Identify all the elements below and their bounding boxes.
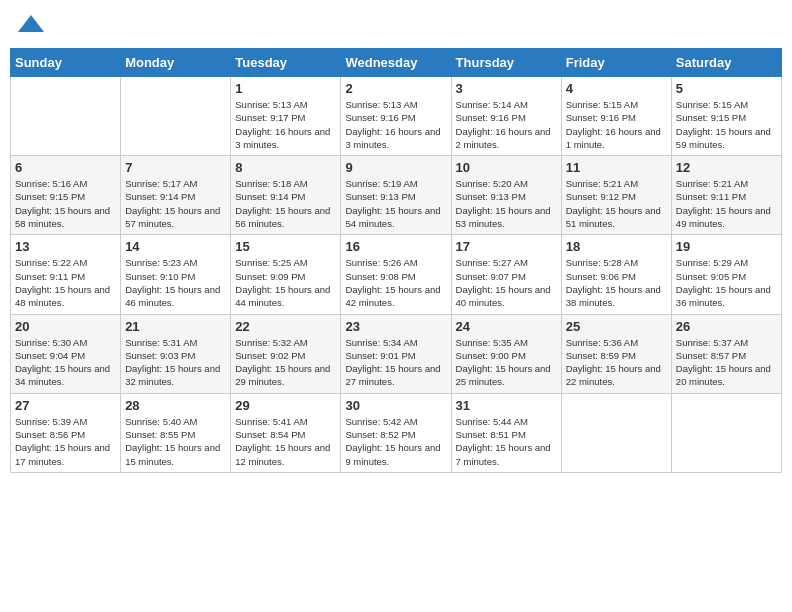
calendar-cell: 2Sunrise: 5:13 AMSunset: 9:16 PMDaylight… [341,77,451,156]
day-info: Sunrise: 5:30 AMSunset: 9:04 PMDaylight:… [15,336,116,389]
day-number: 22 [235,319,336,334]
day-number: 8 [235,160,336,175]
day-number: 14 [125,239,226,254]
day-of-week-header: Sunday [11,49,121,77]
day-number: 31 [456,398,557,413]
calendar-cell: 13Sunrise: 5:22 AMSunset: 9:11 PMDayligh… [11,235,121,314]
day-info: Sunrise: 5:25 AMSunset: 9:09 PMDaylight:… [235,256,336,309]
day-info: Sunrise: 5:34 AMSunset: 9:01 PMDaylight:… [345,336,446,389]
logo-icon [16,10,46,40]
day-info: Sunrise: 5:22 AMSunset: 9:11 PMDaylight:… [15,256,116,309]
calendar-cell: 7Sunrise: 5:17 AMSunset: 9:14 PMDaylight… [121,156,231,235]
day-of-week-header: Tuesday [231,49,341,77]
calendar-week-row: 27Sunrise: 5:39 AMSunset: 8:56 PMDayligh… [11,393,782,472]
day-info: Sunrise: 5:40 AMSunset: 8:55 PMDaylight:… [125,415,226,468]
day-info: Sunrise: 5:14 AMSunset: 9:16 PMDaylight:… [456,98,557,151]
day-of-week-header: Monday [121,49,231,77]
calendar-cell: 20Sunrise: 5:30 AMSunset: 9:04 PMDayligh… [11,314,121,393]
day-number: 15 [235,239,336,254]
day-number: 11 [566,160,667,175]
day-of-week-header: Friday [561,49,671,77]
day-info: Sunrise: 5:16 AMSunset: 9:15 PMDaylight:… [15,177,116,230]
calendar-cell: 31Sunrise: 5:44 AMSunset: 8:51 PMDayligh… [451,393,561,472]
day-number: 26 [676,319,777,334]
day-info: Sunrise: 5:27 AMSunset: 9:07 PMDaylight:… [456,256,557,309]
day-number: 19 [676,239,777,254]
svg-marker-0 [18,15,44,32]
day-number: 13 [15,239,116,254]
calendar-cell: 22Sunrise: 5:32 AMSunset: 9:02 PMDayligh… [231,314,341,393]
day-number: 18 [566,239,667,254]
calendar-cell [561,393,671,472]
day-number: 2 [345,81,446,96]
calendar-cell: 9Sunrise: 5:19 AMSunset: 9:13 PMDaylight… [341,156,451,235]
calendar-cell: 3Sunrise: 5:14 AMSunset: 9:16 PMDaylight… [451,77,561,156]
calendar: SundayMondayTuesdayWednesdayThursdayFrid… [10,48,782,473]
calendar-cell [121,77,231,156]
days-header-row: SundayMondayTuesdayWednesdayThursdayFrid… [11,49,782,77]
day-info: Sunrise: 5:41 AMSunset: 8:54 PMDaylight:… [235,415,336,468]
calendar-week-row: 6Sunrise: 5:16 AMSunset: 9:15 PMDaylight… [11,156,782,235]
day-info: Sunrise: 5:39 AMSunset: 8:56 PMDaylight:… [15,415,116,468]
calendar-cell: 6Sunrise: 5:16 AMSunset: 9:15 PMDaylight… [11,156,121,235]
day-info: Sunrise: 5:21 AMSunset: 9:11 PMDaylight:… [676,177,777,230]
day-number: 12 [676,160,777,175]
day-info: Sunrise: 5:21 AMSunset: 9:12 PMDaylight:… [566,177,667,230]
day-info: Sunrise: 5:20 AMSunset: 9:13 PMDaylight:… [456,177,557,230]
day-info: Sunrise: 5:17 AMSunset: 9:14 PMDaylight:… [125,177,226,230]
calendar-cell: 21Sunrise: 5:31 AMSunset: 9:03 PMDayligh… [121,314,231,393]
calendar-cell: 28Sunrise: 5:40 AMSunset: 8:55 PMDayligh… [121,393,231,472]
day-number: 5 [676,81,777,96]
day-number: 7 [125,160,226,175]
day-number: 17 [456,239,557,254]
calendar-cell: 4Sunrise: 5:15 AMSunset: 9:16 PMDaylight… [561,77,671,156]
day-number: 1 [235,81,336,96]
day-info: Sunrise: 5:31 AMSunset: 9:03 PMDaylight:… [125,336,226,389]
day-number: 30 [345,398,446,413]
calendar-cell: 1Sunrise: 5:13 AMSunset: 9:17 PMDaylight… [231,77,341,156]
day-number: 10 [456,160,557,175]
calendar-cell: 27Sunrise: 5:39 AMSunset: 8:56 PMDayligh… [11,393,121,472]
day-info: Sunrise: 5:15 AMSunset: 9:16 PMDaylight:… [566,98,667,151]
calendar-cell: 12Sunrise: 5:21 AMSunset: 9:11 PMDayligh… [671,156,781,235]
day-info: Sunrise: 5:19 AMSunset: 9:13 PMDaylight:… [345,177,446,230]
calendar-cell: 25Sunrise: 5:36 AMSunset: 8:59 PMDayligh… [561,314,671,393]
calendar-cell: 15Sunrise: 5:25 AMSunset: 9:09 PMDayligh… [231,235,341,314]
day-number: 16 [345,239,446,254]
day-info: Sunrise: 5:36 AMSunset: 8:59 PMDaylight:… [566,336,667,389]
header [10,10,782,40]
calendar-cell: 23Sunrise: 5:34 AMSunset: 9:01 PMDayligh… [341,314,451,393]
day-number: 21 [125,319,226,334]
day-info: Sunrise: 5:15 AMSunset: 9:15 PMDaylight:… [676,98,777,151]
day-of-week-header: Saturday [671,49,781,77]
day-info: Sunrise: 5:37 AMSunset: 8:57 PMDaylight:… [676,336,777,389]
calendar-cell [671,393,781,472]
calendar-cell: 11Sunrise: 5:21 AMSunset: 9:12 PMDayligh… [561,156,671,235]
calendar-cell: 10Sunrise: 5:20 AMSunset: 9:13 PMDayligh… [451,156,561,235]
day-of-week-header: Wednesday [341,49,451,77]
calendar-cell: 17Sunrise: 5:27 AMSunset: 9:07 PMDayligh… [451,235,561,314]
day-info: Sunrise: 5:26 AMSunset: 9:08 PMDaylight:… [345,256,446,309]
day-number: 27 [15,398,116,413]
calendar-cell: 30Sunrise: 5:42 AMSunset: 8:52 PMDayligh… [341,393,451,472]
day-number: 23 [345,319,446,334]
day-number: 4 [566,81,667,96]
calendar-cell: 8Sunrise: 5:18 AMSunset: 9:14 PMDaylight… [231,156,341,235]
calendar-week-row: 13Sunrise: 5:22 AMSunset: 9:11 PMDayligh… [11,235,782,314]
day-info: Sunrise: 5:13 AMSunset: 9:17 PMDaylight:… [235,98,336,151]
day-info: Sunrise: 5:28 AMSunset: 9:06 PMDaylight:… [566,256,667,309]
logo [14,10,46,40]
day-info: Sunrise: 5:29 AMSunset: 9:05 PMDaylight:… [676,256,777,309]
calendar-cell [11,77,121,156]
day-info: Sunrise: 5:13 AMSunset: 9:16 PMDaylight:… [345,98,446,151]
day-number: 25 [566,319,667,334]
calendar-cell: 16Sunrise: 5:26 AMSunset: 9:08 PMDayligh… [341,235,451,314]
calendar-cell: 29Sunrise: 5:41 AMSunset: 8:54 PMDayligh… [231,393,341,472]
calendar-week-row: 20Sunrise: 5:30 AMSunset: 9:04 PMDayligh… [11,314,782,393]
day-number: 9 [345,160,446,175]
calendar-cell: 19Sunrise: 5:29 AMSunset: 9:05 PMDayligh… [671,235,781,314]
day-info: Sunrise: 5:32 AMSunset: 9:02 PMDaylight:… [235,336,336,389]
calendar-cell: 5Sunrise: 5:15 AMSunset: 9:15 PMDaylight… [671,77,781,156]
day-info: Sunrise: 5:18 AMSunset: 9:14 PMDaylight:… [235,177,336,230]
day-info: Sunrise: 5:23 AMSunset: 9:10 PMDaylight:… [125,256,226,309]
